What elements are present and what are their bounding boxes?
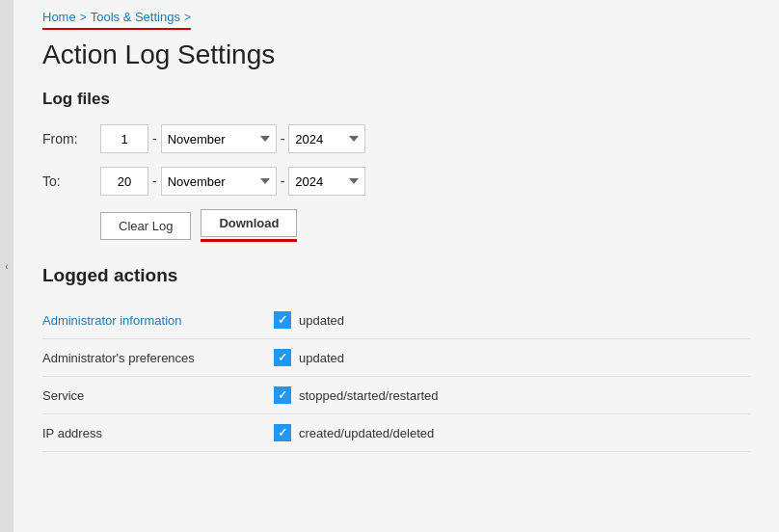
breadcrumb-tools[interactable]: Tools & Settings — [91, 10, 180, 24]
from-date-inputs: - JanuaryFebruaryMarch AprilMayJune July… — [100, 124, 365, 153]
action-status-admin-info: updated — [299, 313, 344, 328]
from-year-select[interactable]: 2022202320242025 — [288, 124, 365, 153]
to-label: To: — [42, 173, 100, 189]
from-month-select[interactable]: JanuaryFebruaryMarch AprilMayJune JulyAu… — [161, 124, 277, 153]
download-button-wrapper: Download — [201, 209, 297, 242]
action-checkbox-service[interactable] — [274, 386, 291, 404]
action-checkbox-area-4: created/updated/deleted — [274, 424, 434, 441]
to-sep1: - — [152, 173, 157, 189]
from-row: From: - JanuaryFebruaryMarch AprilMayJun… — [42, 124, 750, 153]
to-date-inputs: - JanuaryFebruaryMarch AprilMayJune July… — [100, 167, 365, 196]
action-checkbox-ip[interactable] — [274, 424, 291, 441]
to-month-select[interactable]: JanuaryFebruaryMarch AprilMayJune JulyAu… — [161, 167, 277, 196]
action-name-ip: IP address — [42, 426, 274, 440]
from-day-input[interactable] — [100, 124, 148, 153]
list-item: IP address created/updated/deleted — [42, 414, 750, 452]
logged-actions-section: Logged actions Administrator information… — [42, 265, 750, 452]
to-sep2: - — [281, 173, 285, 189]
breadcrumb-sep1: > — [80, 11, 87, 24]
sidebar-toggle[interactable]: ‹ — [0, 0, 13, 532]
list-item: Service stopped/started/restarted — [42, 377, 750, 414]
action-checkbox-area: updated — [274, 311, 344, 329]
from-sep1: - — [152, 131, 157, 146]
breadcrumb-home[interactable]: Home — [42, 10, 76, 24]
from-label: From: — [42, 131, 100, 146]
log-files-title: Log files — [42, 90, 750, 109]
download-button[interactable]: Download — [201, 209, 297, 237]
to-year-select[interactable]: 2022202320242025 — [288, 167, 365, 196]
action-name-admin-prefs: Administrator's preferences — [42, 351, 274, 365]
breadcrumb-sep2: > — [184, 11, 191, 24]
download-underline — [201, 239, 297, 242]
action-checkbox-area-2: updated — [274, 349, 344, 366]
breadcrumb: Home > Tools & Settings > — [42, 10, 191, 30]
logged-actions-title: Logged actions — [42, 265, 750, 286]
buttons-row: Clear Log Download — [100, 209, 750, 242]
list-item: Administrator information updated — [42, 302, 750, 339]
list-item: Administrator's preferences updated — [42, 339, 750, 377]
action-checkbox-admin-prefs[interactable] — [274, 349, 291, 366]
action-checkbox-admin-info[interactable] — [274, 311, 291, 329]
action-name-admin-info[interactable]: Administrator information — [42, 313, 274, 328]
from-sep2: - — [281, 131, 285, 146]
to-day-input[interactable] — [100, 167, 148, 196]
log-files-section: Log files From: - JanuaryFebruaryMarch A… — [42, 90, 750, 242]
sidebar-chevron-icon: ‹ — [5, 261, 8, 272]
to-row: To: - JanuaryFebruaryMarch AprilMayJune … — [42, 167, 750, 196]
page-title: Action Log Settings — [42, 40, 750, 70]
action-status-ip: created/updated/deleted — [299, 426, 434, 440]
clear-log-button[interactable]: Clear Log — [100, 212, 191, 240]
action-status-admin-prefs: updated — [299, 351, 344, 365]
action-name-service: Service — [42, 388, 274, 403]
action-checkbox-area-3: stopped/started/restarted — [274, 386, 439, 404]
action-status-service: stopped/started/restarted — [299, 388, 439, 403]
